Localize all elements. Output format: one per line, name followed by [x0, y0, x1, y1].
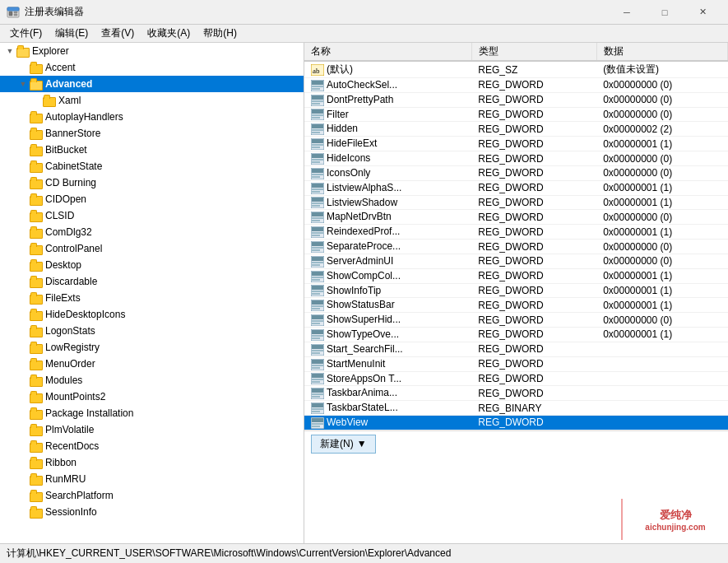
- reg-entry-data: [596, 371, 727, 386]
- reg-entry-name: ListviewShadow: [327, 197, 397, 208]
- tree-item[interactable]: LogonStats: [0, 323, 304, 339]
- table-row[interactable]: SeparateProce...REG_DWORD0x00000000 (0): [304, 240, 728, 254]
- close-button[interactable]: ✕: [684, 0, 721, 25]
- maximize-button[interactable]: □: [646, 0, 684, 25]
- tree-item[interactable]: SessionInfo: [0, 504, 304, 520]
- tree-item[interactable]: RunMRU: [0, 471, 304, 487]
- svg-rect-92: [312, 389, 323, 393]
- table-row[interactable]: WebViewREG_DWORD: [304, 416, 728, 430]
- table-row[interactable]: ShowInfoTipREG_DWORD0x00000001 (1): [304, 283, 728, 298]
- tree-item[interactable]: Discardable: [0, 273, 304, 290]
- new-button-label: 新建(N): [320, 437, 354, 451]
- tree-item[interactable]: Accent: [0, 59, 304, 76]
- reg-entry-name: ReindexedProf...: [327, 226, 400, 237]
- folder-icon: [30, 325, 43, 337]
- new-button[interactable]: 新建(N) ▼: [311, 435, 376, 454]
- tree-item[interactable]: MenuOrder: [0, 356, 304, 372]
- tree-item[interactable]: CD Burning: [0, 174, 304, 191]
- tree-item[interactable]: Desktop: [0, 257, 304, 273]
- table-row[interactable]: ab(默认)REG_SZ(数值未设置): [304, 61, 728, 78]
- menu-help[interactable]: 帮助(H): [197, 25, 243, 42]
- menu-view[interactable]: 查看(V): [95, 25, 141, 42]
- table-row[interactable]: StoreAppsOn T...REG_DWORD: [304, 371, 728, 386]
- table-row[interactable]: TaskbarStateL...REG_BINARY: [304, 401, 728, 416]
- minimize-button[interactable]: ─: [608, 0, 646, 25]
- tree-item[interactable]: MountPoints2: [0, 389, 304, 405]
- tree-item[interactable]: FileExts: [0, 290, 304, 306]
- main-container: ▼ExplorerAccent▼AdvancedXamlAutoplayHand…: [0, 43, 728, 543]
- tree-item[interactable]: PlmVolatile: [0, 421, 304, 438]
- tree-item-label: LowRegistry: [45, 342, 100, 353]
- table-row[interactable]: TaskbarAnima...REG_DWORD: [304, 386, 728, 401]
- svg-rect-13: [312, 100, 323, 102]
- table-row[interactable]: ShowSuperHid...REG_DWORD0x00000000 (0): [304, 313, 728, 328]
- tree-item[interactable]: LowRegistry: [0, 339, 304, 356]
- reg-entry-type: REG_DWORD: [471, 78, 596, 93]
- menu-edit[interactable]: 编辑(E): [49, 25, 95, 42]
- tree-item[interactable]: ▼Explorer: [0, 43, 304, 59]
- reg-entry-data: 0x00000000 (0): [596, 92, 727, 107]
- table-row[interactable]: ShowCompCol...REG_DWORD0x00000001 (1): [304, 268, 728, 283]
- tree-item[interactable]: CIDOpen: [0, 191, 304, 207]
- tree-item[interactable]: ComDlg32: [0, 224, 304, 240]
- tree-item-label: BannerStore: [45, 128, 100, 139]
- tree-item[interactable]: BitBucket: [0, 142, 304, 158]
- reg-entry-data: 0x00000001 (1): [596, 283, 727, 298]
- tree-item[interactable]: RecentDocs: [0, 438, 304, 454]
- tree-item[interactable]: HideDesktopIcons: [0, 306, 304, 323]
- table-row[interactable]: StartMenuInitREG_DWORD: [304, 356, 728, 371]
- reg-entry-icon: [311, 402, 324, 414]
- reg-entry-icon: [311, 388, 324, 399]
- reg-entry-icon: [311, 344, 324, 356]
- table-row[interactable]: ServerAdminUIREG_DWORD0x00000000 (0): [304, 254, 728, 268]
- reg-entry-data: [596, 386, 727, 401]
- svg-rect-86: [312, 367, 320, 369]
- table-row[interactable]: FilterREG_DWORD0x00000000 (0): [304, 107, 728, 122]
- table-row[interactable]: AutoCheckSel...REG_DWORD0x00000000 (0): [304, 78, 728, 93]
- table-row[interactable]: Start_SearchFil...REG_DWORD: [304, 342, 728, 356]
- table-row[interactable]: ReindexedProf...REG_DWORD0x00000001 (1): [304, 225, 728, 240]
- table-row[interactable]: ShowTypeOve...REG_DWORD0x00000001 (1): [304, 328, 728, 342]
- table-row[interactable]: HideIconsREG_DWORD0x00000000 (0): [304, 151, 728, 166]
- tree-item[interactable]: SearchPlatform: [0, 487, 304, 504]
- tree-item[interactable]: ▼Advanced: [0, 76, 304, 92]
- tree-item[interactable]: CabinetState: [0, 158, 304, 174]
- tree-item-label: Modules: [45, 375, 82, 386]
- reg-entry-type: REG_DWORD: [471, 328, 596, 342]
- svg-rect-54: [312, 249, 320, 251]
- folder-icon: [43, 95, 56, 106]
- folder-icon: [30, 375, 43, 386]
- tree-item-label: SearchPlatform: [45, 490, 114, 501]
- svg-rect-57: [312, 262, 323, 263]
- table-row[interactable]: ListviewShadowREG_DWORD0x00000001 (1): [304, 195, 728, 210]
- tree-pane[interactable]: ▼ExplorerAccent▼AdvancedXamlAutoplayHand…: [0, 43, 304, 543]
- reg-name-cell: ShowInfoTip: [304, 283, 471, 298]
- tree-item[interactable]: BannerStore: [0, 125, 304, 142]
- reg-entry-name: SeparateProce...: [327, 240, 401, 252]
- menu-file[interactable]: 文件(F): [3, 25, 49, 42]
- reg-entry-name: HideIcons: [327, 152, 370, 164]
- right-pane: 名称 类型 数据 ab(默认)REG_SZ(数值未设置)AutoCheckSel…: [304, 43, 728, 543]
- tree-item[interactable]: Xaml: [0, 92, 304, 109]
- reg-name-cell: HideIcons: [304, 151, 471, 166]
- svg-rect-20: [312, 124, 323, 128]
- svg-rect-21: [312, 129, 323, 131]
- menu-favorites[interactable]: 收藏夹(A): [141, 25, 197, 42]
- tree-item[interactable]: Modules: [0, 372, 304, 389]
- folder-icon: [30, 210, 43, 221]
- table-row[interactable]: HiddenREG_DWORD0x00000002 (2): [304, 122, 728, 137]
- tree-item[interactable]: ControlPanel: [0, 240, 304, 257]
- tree-item-label: MountPoints2: [45, 391, 105, 402]
- table-row[interactable]: HideFileExtREG_DWORD0x00000001 (1): [304, 137, 728, 151]
- tree-item[interactable]: Ribbon: [0, 454, 304, 471]
- table-row[interactable]: ShowStatusBarREG_DWORD0x00000001 (1): [304, 298, 728, 313]
- tree-item-label: HideDesktopIcons: [45, 309, 125, 320]
- table-row[interactable]: MapNetDrvBtnREG_DWORD0x00000000 (0): [304, 210, 728, 225]
- table-row[interactable]: IconsOnlyREG_DWORD0x00000000 (0): [304, 165, 728, 180]
- table-row[interactable]: DontPrettyPathREG_DWORD0x00000000 (0): [304, 92, 728, 107]
- tree-item[interactable]: Package Installation: [0, 405, 304, 421]
- tree-item[interactable]: CLSID: [0, 207, 304, 224]
- reg-entry-icon: [311, 197, 324, 208]
- table-row[interactable]: ListviewAlphaS...REG_DWORD0x00000001 (1): [304, 180, 728, 195]
- tree-item[interactable]: AutoplayHandlers: [0, 109, 304, 125]
